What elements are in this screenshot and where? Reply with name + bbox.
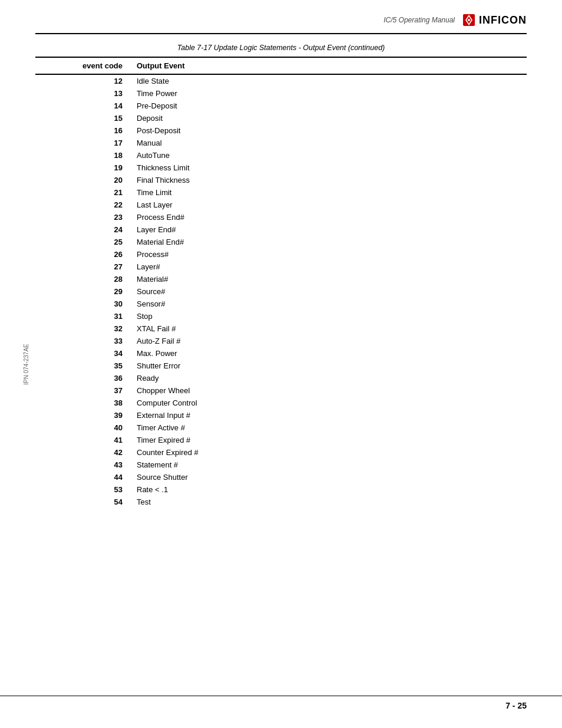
table-row: 30Sensor# bbox=[35, 298, 527, 310]
cell-output-event: Chopper Wheel bbox=[130, 384, 527, 397]
cell-output-event: Manual bbox=[130, 137, 527, 149]
cell-output-event: Sensor# bbox=[130, 298, 527, 310]
page-footer: 7 - 25 bbox=[0, 696, 562, 710]
table-row: 27Layer# bbox=[35, 261, 527, 273]
cell-event-code: 43 bbox=[35, 459, 130, 471]
table-row: 35Shutter Error bbox=[35, 360, 527, 372]
cell-event-code: 40 bbox=[35, 421, 130, 434]
cell-event-code: 53 bbox=[35, 483, 130, 496]
inficon-logo-text: INFICON bbox=[479, 14, 527, 27]
cell-event-code: 22 bbox=[35, 199, 130, 211]
cell-output-event: Material End# bbox=[130, 236, 527, 248]
cell-event-code: 17 bbox=[35, 137, 130, 149]
cell-event-code: 31 bbox=[35, 310, 130, 322]
cell-event-code: 42 bbox=[35, 446, 130, 459]
table-row: 54Test bbox=[35, 496, 527, 508]
cell-output-event: Max. Power bbox=[130, 347, 527, 360]
cell-event-code: 54 bbox=[35, 496, 130, 508]
cell-output-event: XTAL Fail # bbox=[130, 322, 527, 335]
cell-event-code: 19 bbox=[35, 162, 130, 174]
cell-output-event: Rate < .1 bbox=[130, 483, 527, 496]
cell-event-code: 20 bbox=[35, 174, 130, 186]
cell-event-code: 27 bbox=[35, 261, 130, 273]
cell-output-event: Last Layer bbox=[130, 199, 527, 211]
table-row: 23Process End# bbox=[35, 211, 527, 223]
table-row: 34Max. Power bbox=[35, 347, 527, 360]
table-row: 37Chopper Wheel bbox=[35, 384, 527, 397]
page-container: IPN 074-237AE IC/5 Operating Manual INFI… bbox=[0, 0, 562, 728]
table-row: 22Last Layer bbox=[35, 199, 527, 211]
table-row: 31Stop bbox=[35, 310, 527, 322]
cell-event-code: 34 bbox=[35, 347, 130, 360]
table-row: 12Idle State bbox=[35, 74, 527, 87]
cell-output-event: Thickness Limit bbox=[130, 162, 527, 174]
cell-event-code: 24 bbox=[35, 223, 130, 236]
page-number: 7 - 25 bbox=[505, 701, 527, 710]
cell-event-code: 32 bbox=[35, 322, 130, 335]
table-row: 28Material# bbox=[35, 273, 527, 285]
cell-event-code: 14 bbox=[35, 100, 130, 112]
cell-event-code: 13 bbox=[35, 87, 130, 100]
cell-output-event: Source# bbox=[130, 285, 527, 298]
table-row: 44Source Shutter bbox=[35, 471, 527, 483]
cell-event-code: 26 bbox=[35, 248, 130, 261]
table-row: 53Rate < .1 bbox=[35, 483, 527, 496]
cell-output-event: Final Thickness bbox=[130, 174, 527, 186]
cell-event-code: 28 bbox=[35, 273, 130, 285]
cell-output-event: Computer Control bbox=[130, 397, 527, 409]
cell-event-code: 38 bbox=[35, 397, 130, 409]
cell-output-event: Idle State bbox=[130, 74, 527, 87]
cell-output-event: Time Limit bbox=[130, 186, 527, 199]
cell-event-code: 25 bbox=[35, 236, 130, 248]
cell-output-event: Timer Active # bbox=[130, 421, 527, 434]
cell-output-event: Shutter Error bbox=[130, 360, 527, 372]
cell-event-code: 23 bbox=[35, 211, 130, 223]
cell-event-code: 36 bbox=[35, 372, 130, 384]
cell-event-code: 33 bbox=[35, 335, 130, 347]
cell-event-code: 15 bbox=[35, 112, 130, 124]
cell-output-event: AutoTune bbox=[130, 149, 527, 162]
table-row: 29Source# bbox=[35, 285, 527, 298]
table-row: 26Process# bbox=[35, 248, 527, 261]
cell-output-event: Layer# bbox=[130, 261, 527, 273]
col-header-event: Output Event bbox=[130, 57, 527, 74]
side-label: IPN 074-237AE bbox=[23, 344, 29, 385]
cell-output-event: Counter Expired # bbox=[130, 446, 527, 459]
cell-output-event: Timer Expired # bbox=[130, 434, 527, 446]
inficon-logo: INFICON bbox=[461, 12, 527, 28]
cell-event-code: 29 bbox=[35, 285, 130, 298]
cell-event-code: 44 bbox=[35, 471, 130, 483]
cell-event-code: 30 bbox=[35, 298, 130, 310]
table-row: 18AutoTune bbox=[35, 149, 527, 162]
table-header-row: event code Output Event bbox=[35, 57, 527, 74]
table-row: 32XTAL Fail # bbox=[35, 322, 527, 335]
table-row: 19Thickness Limit bbox=[35, 162, 527, 174]
cell-output-event: Process# bbox=[130, 248, 527, 261]
cell-output-event: Auto-Z Fail # bbox=[130, 335, 527, 347]
table-row: 33Auto-Z Fail # bbox=[35, 335, 527, 347]
cell-output-event: Time Power bbox=[130, 87, 527, 100]
cell-output-event: Ready bbox=[130, 372, 527, 384]
cell-event-code: 37 bbox=[35, 384, 130, 397]
cell-output-event: Deposit bbox=[130, 112, 527, 124]
cell-event-code: 16 bbox=[35, 124, 130, 137]
cell-output-event: Process End# bbox=[130, 211, 527, 223]
table-row: 15Deposit bbox=[35, 112, 527, 124]
cell-event-code: 21 bbox=[35, 186, 130, 199]
table-row: 24Layer End# bbox=[35, 223, 527, 236]
svg-point-3 bbox=[468, 19, 470, 21]
cell-output-event: Statement # bbox=[130, 459, 527, 471]
table-caption: Table 7-17 Update Logic Statements - Out… bbox=[35, 44, 527, 52]
table-row: 40Timer Active # bbox=[35, 421, 527, 434]
table-row: 39External Input # bbox=[35, 409, 527, 421]
page-header: IC/5 Operating Manual INFICON bbox=[35, 12, 527, 34]
cell-event-code: 35 bbox=[35, 360, 130, 372]
table-row: 36Ready bbox=[35, 372, 527, 384]
cell-event-code: 18 bbox=[35, 149, 130, 162]
cell-output-event: Pre-Deposit bbox=[130, 100, 527, 112]
cell-output-event: Post-Deposit bbox=[130, 124, 527, 137]
cell-output-event: Layer End# bbox=[130, 223, 527, 236]
manual-title: IC/5 Operating Manual bbox=[384, 16, 455, 24]
table-row: 14Pre-Deposit bbox=[35, 100, 527, 112]
col-header-code: event code bbox=[35, 57, 130, 74]
